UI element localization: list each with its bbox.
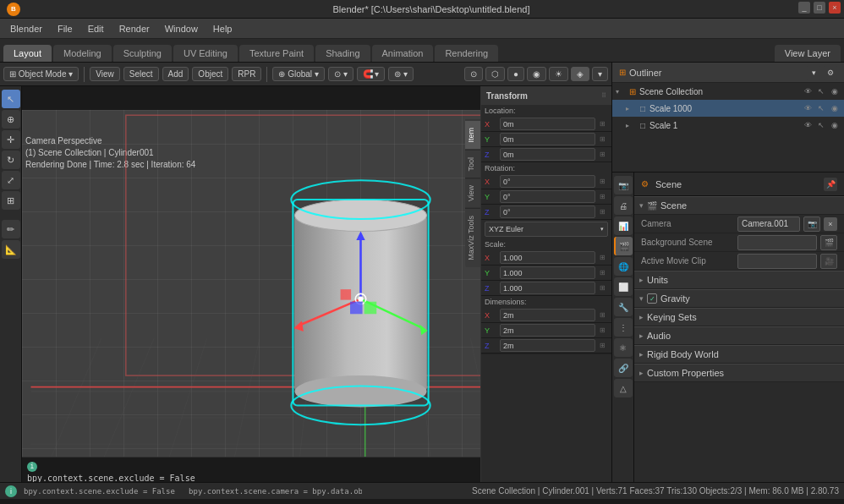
outliner-scale1[interactable]: ▸ □ Scale 1 👁 ↖ ◉ [612, 117, 844, 134]
menu-render[interactable]: Render [112, 22, 156, 36]
rotation-y-value[interactable]: 0° [500, 190, 595, 203]
menu-window[interactable]: Window [158, 22, 205, 36]
props-icon-modifier[interactable]: 🔧 [614, 298, 633, 316]
dim-y-value[interactable]: 2m [500, 324, 595, 337]
outliner-scene-collection[interactable]: ▾ ⊞ Scene Collection 👁 ↖ ◉ [612, 83, 844, 100]
tab-texture-paint[interactable]: Texture Paint [239, 45, 314, 62]
props-icon-particles[interactable]: ⋮ [614, 318, 633, 337]
dim-x-copy[interactable]: ⊞ [596, 310, 608, 321]
custom-props-header[interactable]: ▸ Custom Properties [634, 364, 844, 382]
scale1-cursor[interactable]: ↖ [815, 119, 827, 131]
scale-tool[interactable]: ⤢ [2, 171, 20, 189]
scale1000-cursor[interactable]: ↖ [815, 102, 827, 114]
location-y-copy[interactable]: ⊞ [596, 134, 608, 145]
select-menu[interactable]: Select [123, 67, 159, 81]
material-mode[interactable]: ◉ [527, 67, 546, 81]
tab-uv-editing[interactable]: UV Editing [173, 45, 238, 62]
rotate-tool[interactable]: ↻ [2, 151, 20, 169]
outliner-filter[interactable]: ▾ [807, 66, 820, 79]
render-mode[interactable]: ☀ [549, 67, 568, 81]
dim-x-value[interactable]: 2m [500, 309, 595, 321]
cursor-tool[interactable]: ⊕ [2, 110, 20, 129]
tab-view-layer[interactable]: View Layer [775, 45, 841, 62]
scale-y-copy[interactable]: ⊞ [596, 267, 608, 279]
n-tab-item[interactable]: Item [465, 120, 480, 150]
n-tab-view[interactable]: View [465, 178, 480, 208]
movie-clip-btn[interactable]: 🎥 [820, 254, 837, 269]
rigid-body-world-header[interactable]: ▸ Rigid Body World [634, 345, 844, 364]
select-tool[interactable]: ↖ [2, 90, 20, 108]
props-pin[interactable]: 📌 [824, 178, 837, 191]
rotation-y-copy[interactable]: ⊞ [596, 191, 608, 203]
scale-x-copy[interactable]: ⊞ [596, 252, 608, 264]
props-icon-output[interactable]: 🖨 [614, 196, 633, 215]
n-tab-maxviz[interactable]: MaxViz Tools [465, 208, 480, 267]
outliner-settings[interactable]: ⚙ [824, 66, 837, 79]
n-tab-tool[interactable]: Tool [465, 150, 480, 178]
tab-layout[interactable]: Layout [3, 45, 52, 62]
scale-z-copy[interactable]: ⊞ [596, 282, 608, 294]
location-x-value[interactable]: 0m [500, 118, 595, 130]
camera-btn[interactable]: 📷 [803, 216, 820, 232]
tab-modeling[interactable]: Modeling [53, 45, 112, 62]
eevee-mode[interactable]: ◈ [571, 67, 589, 81]
camera-remove[interactable]: × [824, 217, 837, 231]
solid-mode[interactable]: ● [507, 67, 524, 81]
props-icon-view-layer[interactable]: 📊 [614, 216, 633, 235]
rotation-z-value[interactable]: 0° [500, 205, 595, 218]
tab-shading[interactable]: Shading [315, 45, 370, 62]
props-icon-physics[interactable]: ⚛ [614, 338, 633, 357]
rotation-mode-dropdown[interactable]: XYZ Euler ▾ [485, 222, 608, 237]
dim-z-value[interactable]: 2m [500, 339, 595, 352]
props-icon-constraints[interactable]: 🔗 [614, 359, 633, 377]
scene-section-header[interactable]: ▾ 🎬 Scene [634, 196, 844, 215]
scale-x-value[interactable]: 1.000 [500, 251, 595, 264]
props-icon-render[interactable]: 📷 [614, 176, 633, 194]
dim-y-copy[interactable]: ⊞ [596, 325, 608, 337]
vis-render[interactable]: ◉ [829, 85, 841, 97]
object-menu[interactable]: Object [192, 67, 228, 81]
tab-sculpting[interactable]: Sculpting [113, 45, 172, 62]
props-icon-object[interactable]: ⬜ [614, 277, 633, 296]
bg-scene-value[interactable] [737, 235, 817, 250]
viewport-shade[interactable]: ▾ [592, 67, 608, 81]
menu-blender[interactable]: Blender [3, 22, 49, 36]
bg-scene-btn[interactable]: 🎬 [820, 235, 837, 250]
scale1-render-icon[interactable]: ◉ [829, 119, 841, 131]
tab-rendering[interactable]: Rendering [435, 45, 498, 62]
transform-section-header[interactable]: Transform ⠿ [481, 86, 611, 105]
mode-selector[interactable]: ⊞ Object Mode ▾ [3, 67, 79, 81]
measure-tool[interactable]: 📐 [2, 240, 20, 259]
transform-pivot[interactable]: ⊙ ▾ [328, 67, 353, 81]
scale1000-eye[interactable]: 👁 [802, 102, 814, 114]
maximize-button[interactable]: □ [814, 2, 825, 14]
camera-value[interactable]: Camera.001 [737, 216, 800, 232]
gravity-section-header[interactable]: ▾ ✓ Gravity [634, 289, 844, 308]
outliner-scale1000[interactable]: ▸ □ Scale 1000 👁 ↖ ◉ [612, 100, 844, 117]
movie-clip-value[interactable] [737, 254, 817, 269]
rotation-x-copy[interactable]: ⊞ [596, 176, 608, 188]
keying-sets-header[interactable]: ▸ Keying Sets [634, 308, 844, 326]
scale-y-value[interactable]: 1.000 [500, 266, 595, 279]
menu-help[interactable]: Help [206, 22, 239, 36]
scale1-eye[interactable]: 👁 [802, 119, 814, 131]
scale-z-value[interactable]: 1.000 [500, 282, 595, 294]
overlay-toggle[interactable]: ⊙ [464, 67, 483, 81]
gravity-check[interactable]: ✓ [647, 293, 657, 304]
location-x-copy[interactable]: ⊞ [596, 118, 608, 130]
location-z-copy[interactable]: ⊞ [596, 149, 608, 161]
menu-edit[interactable]: Edit [81, 22, 111, 36]
props-icon-data[interactable]: △ [614, 379, 633, 397]
add-menu[interactable]: Add [162, 67, 189, 81]
location-y-value[interactable]: 0m [500, 133, 595, 145]
transform-global[interactable]: ⊕ Global ▾ [272, 67, 324, 81]
move-tool[interactable]: ✛ [2, 130, 20, 149]
tab-animation[interactable]: Animation [372, 45, 434, 62]
snap-toggle[interactable]: 🧲 ▾ [357, 67, 386, 81]
proportional-edit[interactable]: ⊚ ▾ [388, 67, 414, 81]
close-button[interactable]: × [829, 2, 841, 14]
vis-eye[interactable]: 👁 [802, 85, 814, 97]
view-menu[interactable]: View [90, 67, 120, 81]
menu-file[interactable]: File [51, 22, 79, 36]
dim-z-copy[interactable]: ⊞ [596, 340, 608, 352]
